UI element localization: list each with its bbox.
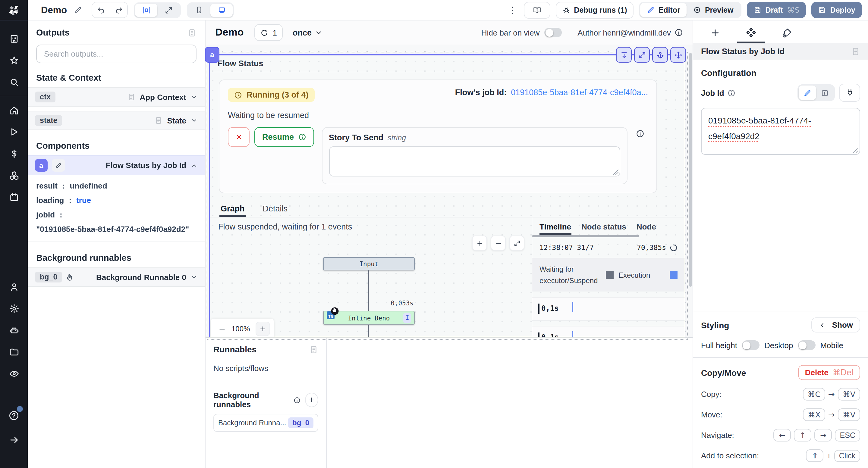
collapse-arrow-icon[interactable] (7, 432, 21, 447)
debug-runs-button[interactable]: Debug runs (1) (556, 1, 633, 19)
undo-button[interactable] (92, 2, 110, 18)
canvas-column: Demo 1 once Hide bar on view Author henr… (206, 21, 692, 468)
story-textarea[interactable] (329, 146, 620, 176)
log-icon[interactable] (187, 28, 196, 37)
tab-timeline[interactable]: Timeline (539, 222, 571, 235)
settings-gear-icon[interactable] (7, 301, 21, 315)
folders-icon[interactable] (7, 344, 21, 359)
audit-eye-icon[interactable] (7, 366, 21, 381)
desktop-toggle[interactable] (798, 340, 815, 350)
zoom-plus-button[interactable] (255, 322, 270, 336)
hide-bar-toggle[interactable] (544, 28, 562, 37)
node-inline-deno[interactable]: TS Inline Deno I (323, 311, 415, 325)
windmill-logo[interactable] (0, 0, 28, 21)
delete-button[interactable]: Delete ⌘Del (798, 365, 860, 380)
info-icon (293, 396, 300, 404)
tab-preview[interactable]: Preview (687, 3, 740, 17)
help-icon[interactable] (7, 408, 21, 423)
canvas-scrollbar[interactable] (689, 53, 692, 287)
users-icon[interactable] (7, 279, 21, 294)
desktop-view-icon[interactable] (210, 3, 233, 16)
bg-runnable-item[interactable]: Background Runna... bg_0 (213, 414, 318, 432)
bg0-row[interactable]: bg_0 Background Runnable 0 (28, 267, 205, 287)
fullwidth-layout-icon[interactable] (157, 3, 180, 16)
hand-pointer-icon[interactable] (66, 273, 73, 281)
resize-handle[interactable] (613, 169, 618, 175)
full-height-toggle[interactable] (742, 340, 760, 350)
styling-tab[interactable] (773, 21, 801, 43)
centered-layout-icon[interactable] (135, 3, 157, 16)
tab-node-definition[interactable]: Node (637, 222, 656, 235)
rename-pencil-icon[interactable] (74, 6, 82, 14)
static-input-icon[interactable] (799, 86, 816, 100)
zoom-minus-button[interactable] (218, 325, 226, 333)
selected-component-title: Flow Status by Job Id (701, 47, 785, 56)
fit-view-button[interactable] (509, 235, 524, 250)
schedule-dropdown[interactable]: once (293, 28, 322, 37)
home-icon[interactable] (7, 103, 21, 118)
log-icon[interactable] (309, 345, 318, 354)
anchor-icon[interactable] (652, 47, 668, 63)
loading-line[interactable]: loading:true (36, 196, 196, 205)
resume-button[interactable]: Resume (254, 127, 314, 147)
component-settings-tab[interactable] (737, 21, 765, 43)
tab-editor[interactable]: Editor (641, 3, 687, 17)
edit-id-pencil-icon[interactable] (52, 159, 65, 172)
job-id-input[interactable]: 0191085e-5baa-81ef-4774- c9ef4f0a92d2 (701, 108, 860, 155)
flow-graph[interactable]: Flow suspended, waiting for 1 events Inp… (210, 218, 532, 337)
ctx-row[interactable]: ctx App Context (28, 87, 205, 107)
expand-down-icon[interactable] (616, 47, 632, 63)
connect-plug-icon[interactable] (839, 84, 860, 102)
tab-node-status[interactable]: Node status (581, 222, 626, 235)
search-icon[interactable] (7, 75, 21, 89)
eval-input-icon[interactable] (816, 86, 834, 100)
zoom-in-button[interactable] (472, 235, 487, 250)
save-icon (818, 6, 826, 14)
selection-tag[interactable]: a (205, 47, 219, 63)
workers-icon[interactable] (7, 323, 21, 337)
flow-status-component[interactable]: a Flow Status Runn (209, 54, 685, 337)
variables-icon[interactable] (7, 146, 21, 161)
chevron-up-icon[interactable] (190, 162, 198, 169)
jobid-line[interactable]: jobId: (36, 210, 196, 219)
chevron-down-icon[interactable] (190, 117, 198, 124)
add-bg-runnable-button[interactable] (305, 393, 318, 407)
search-input[interactable] (43, 49, 190, 59)
draft-button[interactable]: Draft ⌘S (747, 2, 806, 18)
chevron-down-icon[interactable] (190, 93, 198, 101)
timeline-hscrollbar[interactable] (532, 235, 639, 237)
refresh-button[interactable]: 1 (254, 24, 283, 41)
tab-details[interactable]: Details (261, 201, 289, 217)
favorites-icon[interactable] (7, 53, 21, 67)
result-line[interactable]: result:undefined (36, 181, 196, 190)
redo-button[interactable] (110, 2, 127, 18)
resources-icon[interactable] (7, 168, 21, 182)
show-styling-button[interactable]: Show (812, 317, 860, 332)
insert-component-tab[interactable] (702, 21, 729, 43)
move-icon[interactable] (670, 47, 686, 63)
jobid-value[interactable]: "0191085e-5baa-81ef-4774-c9ef4f0a92d2" (36, 225, 196, 234)
job-id-link[interactable]: 0191085e-5baa-81ef-4774-c9ef4f0a... (511, 88, 648, 97)
log-icon[interactable] (851, 47, 860, 56)
runs-icon[interactable] (7, 125, 21, 139)
resize-handle[interactable] (853, 147, 858, 153)
timeline-row-2[interactable]: 0,1s (532, 326, 685, 337)
component-a-row[interactable]: a Flow Status by Job Id (28, 156, 205, 175)
timeline-row-1[interactable]: 0,1s (532, 297, 685, 321)
mobile-view-icon[interactable] (188, 3, 210, 16)
bottom-panel-empty (327, 338, 692, 468)
tab-graph[interactable]: Graph (219, 201, 246, 217)
zoom-out-button[interactable] (491, 235, 506, 250)
deploy-button[interactable]: Deploy (812, 2, 862, 18)
schedules-icon[interactable] (7, 190, 21, 204)
more-menu-icon[interactable]: ⋮ (507, 4, 518, 15)
state-row[interactable]: state State (28, 111, 205, 130)
docs-book-button[interactable] (524, 1, 550, 19)
maximize-icon[interactable] (634, 47, 650, 63)
chevron-down-icon[interactable] (190, 273, 198, 281)
outputs-search[interactable] (36, 44, 196, 63)
workspace-icon[interactable] (7, 31, 21, 46)
node-input[interactable]: Input (323, 257, 415, 270)
app-canvas[interactable]: a Flow Status Runn (206, 44, 692, 337)
cancel-button[interactable] (228, 127, 250, 147)
